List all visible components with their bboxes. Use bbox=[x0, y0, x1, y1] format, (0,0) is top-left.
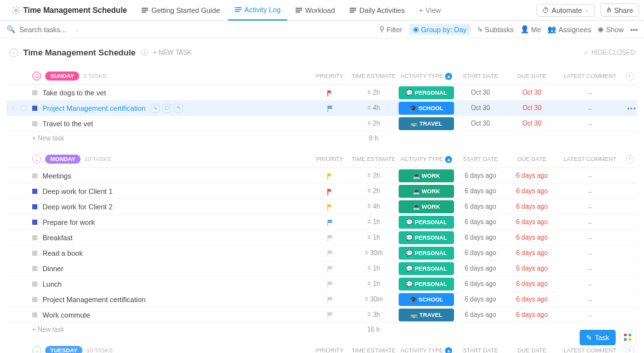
start-date-cell[interactable]: 6 days ago bbox=[455, 280, 506, 287]
task-row[interactable]: Read a book ↳ ⬡ ✎ ⧗30m 💬PERSONAL 6 days … bbox=[6, 245, 638, 261]
start-date-cell[interactable]: Oct 30 bbox=[455, 89, 506, 96]
task-row[interactable]: Prepare for work ↳ ⬡ ✎ ⧗1h 💬PERSONAL 6 d… bbox=[6, 215, 638, 230]
row-actions[interactable]: ••• bbox=[622, 104, 638, 112]
activity-cell[interactable]: 💻WORK bbox=[398, 200, 455, 213]
col-priority[interactable]: PRIORITY bbox=[310, 73, 349, 79]
col-activity-type[interactable]: ACTIVITY TYPE▲ bbox=[398, 347, 455, 354]
activity-cell[interactable]: 🎓SCHOOL bbox=[398, 293, 455, 306]
activity-cell[interactable]: 🚌TRAVEL bbox=[398, 117, 455, 130]
task-row[interactable]: Lunch ↳ ⬡ ✎ ⧗1h 💬PERSONAL 6 days ago 6 d… bbox=[6, 276, 638, 292]
priority-cell[interactable] bbox=[310, 234, 349, 241]
due-date-cell[interactable]: 6 days ago bbox=[506, 311, 558, 318]
comment-cell[interactable]: – bbox=[558, 89, 622, 97]
due-date-cell[interactable]: 6 days ago bbox=[506, 280, 558, 287]
priority-cell[interactable] bbox=[310, 105, 349, 111]
task-row[interactable]: Work commute ↳ ⬡ ✎ ⧗3h 🚌TRAVEL 6 days ag… bbox=[6, 307, 638, 323]
new-task-row[interactable]: + New task bbox=[6, 326, 310, 333]
subtasks-button[interactable]: ↳Subtasks bbox=[477, 25, 514, 33]
status-square[interactable] bbox=[32, 266, 37, 271]
tab-activity-log[interactable]: Activity Log bbox=[228, 0, 287, 21]
activity-cell[interactable]: 💻WORK bbox=[398, 169, 455, 182]
comment-cell[interactable]: – bbox=[558, 296, 622, 303]
add-column[interactable]: + bbox=[622, 347, 638, 354]
col-latest-comment[interactable]: LATEST COMMENT bbox=[558, 347, 622, 353]
new-task-header[interactable]: + NEW TASK bbox=[153, 49, 192, 56]
due-date-cell[interactable]: 6 days ago bbox=[506, 203, 558, 210]
priority-cell[interactable] bbox=[310, 296, 349, 303]
drag-handle[interactable]: ⋮⋮ bbox=[6, 105, 14, 111]
activity-cell[interactable]: 💬PERSONAL bbox=[398, 231, 455, 244]
time-estimate-cell[interactable]: ⧗2h bbox=[349, 89, 398, 96]
time-estimate-cell[interactable]: ⧗2h bbox=[349, 187, 398, 195]
tab-daily-activities[interactable]: Daily Activities bbox=[343, 0, 411, 21]
status-square[interactable] bbox=[32, 204, 37, 209]
start-date-cell[interactable]: 6 days ago bbox=[455, 172, 506, 179]
start-date-cell[interactable]: 6 days ago bbox=[455, 296, 506, 303]
new-task-fab[interactable]: ✎Task bbox=[580, 330, 616, 345]
tab-main[interactable]: Time Management Schedule bbox=[5, 0, 133, 21]
due-date-cell[interactable]: Oct 30 bbox=[506, 89, 558, 96]
status-square[interactable] bbox=[32, 90, 37, 95]
activity-cell[interactable]: 💬PERSONAL bbox=[398, 247, 455, 260]
time-estimate-cell[interactable]: ⧗30m bbox=[349, 249, 398, 256]
col-start-date[interactable]: START DATE bbox=[455, 347, 506, 353]
more-icon[interactable]: ••• bbox=[627, 104, 637, 112]
due-date-cell[interactable]: 6 days ago bbox=[506, 296, 558, 303]
activity-cell[interactable]: 💻WORK bbox=[398, 185, 455, 198]
start-date-cell[interactable]: Oct 30 bbox=[455, 104, 506, 111]
due-date-cell[interactable]: 6 days ago bbox=[506, 265, 558, 272]
due-date-cell[interactable]: 6 days ago bbox=[506, 172, 558, 179]
due-date-cell[interactable]: 6 days ago bbox=[506, 218, 558, 225]
col-due-date[interactable]: DUE DATE bbox=[506, 156, 558, 162]
status-square[interactable] bbox=[32, 312, 37, 318]
time-estimate-cell[interactable]: ⧗4h bbox=[349, 104, 398, 111]
comment-cell[interactable]: – bbox=[558, 311, 622, 319]
day-pill[interactable]: MONDAY bbox=[45, 155, 80, 164]
me-button[interactable]: 👤Me bbox=[520, 25, 541, 33]
tab-workload[interactable]: Workload bbox=[289, 0, 341, 21]
automate-button[interactable]: ⏱ Automate ⌄ bbox=[536, 4, 595, 17]
task-row[interactable]: Deep work for Client 2 ↳ ⬡ ✎ ⧗4h 💻WORK 6… bbox=[6, 199, 638, 215]
comment-cell[interactable]: – bbox=[558, 187, 622, 195]
col-latest-comment[interactable]: LATEST COMMENT bbox=[558, 156, 622, 162]
priority-cell[interactable] bbox=[310, 265, 349, 272]
col-start-date[interactable]: START DATE bbox=[455, 73, 506, 79]
filter-button[interactable]: ⚲Filter bbox=[379, 25, 402, 33]
apps-fab[interactable] bbox=[620, 330, 636, 345]
time-estimate-cell[interactable]: ⧗1h bbox=[349, 234, 398, 241]
collapse-group[interactable]: ⌄ bbox=[32, 346, 41, 353]
col-priority[interactable]: PRIORITY bbox=[310, 156, 349, 162]
status-square[interactable] bbox=[32, 297, 37, 302]
task-row[interactable]: Dinner ↳ ⬡ ✎ ⧗1h 💬PERSONAL 6 days ago 6 … bbox=[6, 261, 638, 276]
col-activity-type[interactable]: ACTIVITY TYPE▲ bbox=[398, 73, 455, 80]
more-menu[interactable]: ••• bbox=[630, 26, 638, 33]
activity-cell[interactable]: 💬PERSONAL bbox=[398, 86, 455, 99]
time-estimate-cell[interactable]: ⧗30m bbox=[349, 296, 398, 303]
start-date-cell[interactable]: 6 days ago bbox=[455, 234, 506, 241]
col-start-date[interactable]: START DATE bbox=[455, 156, 506, 162]
time-estimate-cell[interactable]: ⧗2h bbox=[349, 172, 398, 179]
time-estimate-cell[interactable]: ⧗2h bbox=[349, 120, 398, 127]
comment-cell[interactable]: – bbox=[558, 265, 622, 272]
status-square[interactable] bbox=[32, 220, 37, 225]
start-date-cell[interactable]: 6 days ago bbox=[455, 203, 506, 210]
priority-cell[interactable] bbox=[310, 90, 349, 96]
col-time-estimate[interactable]: TIME ESTIMATE bbox=[349, 73, 398, 79]
tab-getting-started-guide[interactable]: Getting Started Guide bbox=[135, 0, 226, 21]
comment-cell[interactable]: – bbox=[558, 172, 622, 180]
priority-cell[interactable] bbox=[310, 204, 349, 210]
col-due-date[interactable]: DUE DATE bbox=[506, 73, 558, 79]
show-button[interactable]: ◉Show bbox=[598, 25, 624, 33]
status-square[interactable] bbox=[32, 173, 37, 178]
priority-cell[interactable] bbox=[310, 188, 349, 195]
comment-cell[interactable]: – bbox=[558, 280, 622, 288]
comment-cell[interactable]: – bbox=[558, 218, 622, 226]
comment-cell[interactable]: – bbox=[558, 249, 622, 257]
task-row[interactable]: Breakfast ↳ ⬡ ✎ ⧗1h 💬PERSONAL 6 days ago… bbox=[6, 230, 638, 245]
activity-cell[interactable]: 💬PERSONAL bbox=[398, 216, 455, 229]
tag-icon[interactable]: ⬡ bbox=[162, 104, 171, 113]
col-time-estimate[interactable]: TIME ESTIMATE bbox=[349, 347, 398, 353]
add-view[interactable]: + View bbox=[412, 0, 447, 21]
activity-cell[interactable]: 🚌TRAVEL bbox=[398, 309, 455, 321]
task-row[interactable]: ⋮⋮ Project Management certification ↳ ⬡ … bbox=[6, 100, 638, 116]
